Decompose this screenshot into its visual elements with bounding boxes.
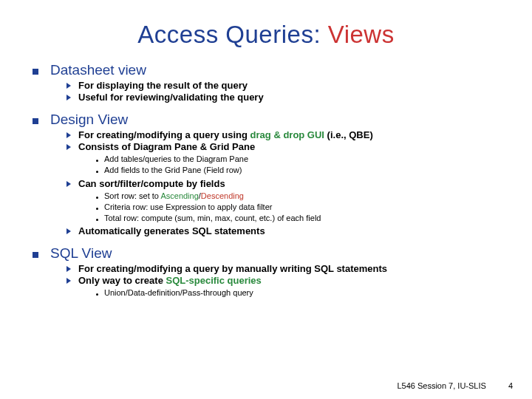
section-sql: SQL View For creating/modifying a query … — [33, 245, 499, 299]
title-sub: Views — [328, 21, 395, 48]
square-bullet-icon — [33, 118, 38, 124]
section-datasheet: Datasheet view For displaying the result… — [33, 62, 499, 104]
sub-subitems: Sort row: set to Ascending/Descending Cr… — [96, 191, 499, 224]
item-text: For creating/modifying a query by manual… — [78, 263, 387, 275]
triangle-bullet-icon — [66, 95, 71, 100]
list-item: Add fields to the Grid Pane (Field row) — [96, 165, 499, 176]
subitems: For creating/modifying a query by manual… — [66, 263, 499, 287]
dot-bullet-icon — [96, 219, 98, 221]
dot-bullet-icon — [96, 160, 98, 162]
section-label: Design View — [50, 112, 128, 128]
list-item: For creating/modifying a query using dra… — [66, 129, 499, 141]
item-text: Can sort/filter/compute by fields — [78, 178, 225, 190]
list-item: Sort row: set to Ascending/Descending — [96, 191, 499, 202]
list-item: For displaying the result of the query — [66, 80, 499, 92]
title-main: Access Queries: — [137, 21, 321, 48]
slide-title: Access Queries: Views — [33, 21, 499, 49]
list-item: Only way to create SQL-specific queries — [66, 275, 499, 287]
list-item: Union/Data-definition/Pass-through query — [96, 287, 499, 299]
list-item: Automatically generates SQL statements — [66, 225, 499, 237]
triangle-bullet-icon — [66, 278, 71, 284]
list-item: Total row: compute (sum, min, max, count… — [96, 213, 499, 224]
list-item: Can sort/filter/compute by fields — [66, 178, 499, 190]
triangle-bullet-icon — [66, 132, 71, 138]
outline: Datasheet view For displaying the result… — [33, 62, 499, 299]
section-label: Datasheet view — [50, 62, 146, 78]
dot-bullet-icon — [96, 208, 98, 210]
dot-bullet-icon — [96, 171, 98, 173]
subitems: Automatically generates SQL statements — [66, 225, 499, 237]
list-item: Useful for reviewing/validating the quer… — [66, 92, 499, 103]
square-bullet-icon — [33, 252, 38, 258]
item-text: Automatically generates SQL statements — [78, 225, 265, 237]
item-text: Useful for reviewing/validating the quer… — [78, 92, 264, 103]
section-label: SQL View — [50, 245, 112, 262]
dot-bullet-icon — [96, 197, 98, 199]
section-design: Design View For creating/modifying a que… — [33, 112, 499, 238]
slide: Access Queries: Views Datasheet view For… — [0, 0, 532, 399]
dot-bullet-icon — [96, 293, 98, 296]
footer: L546 Session 7, IU-SLIS 4 — [397, 381, 513, 390]
list-item: Add tables/queries to the Diagram Pane — [96, 154, 499, 165]
subitems: Can sort/filter/compute by fields — [66, 178, 499, 190]
list-item: For creating/modifying a query by manual… — [66, 263, 499, 275]
triangle-bullet-icon — [66, 266, 71, 272]
item-text: For creating/modifying a query using dra… — [78, 129, 373, 141]
item-text: Consists of Diagram Pane & Grid Pane — [78, 141, 255, 153]
triangle-bullet-icon — [66, 83, 71, 89]
item-text: For displaying the result of the query — [78, 80, 248, 92]
triangle-bullet-icon — [66, 228, 71, 234]
triangle-bullet-icon — [66, 181, 71, 187]
sub-subitems: Union/Data-definition/Pass-through query — [96, 287, 499, 299]
item-text: Only way to create SQL-specific queries — [78, 275, 262, 287]
list-item: Criteria row: use Expression to apply da… — [96, 202, 499, 213]
page-number: 4 — [508, 381, 513, 390]
list-item: Consists of Diagram Pane & Grid Pane — [66, 141, 499, 153]
square-bullet-icon — [33, 69, 38, 75]
sub-subitems: Add tables/queries to the Diagram Pane A… — [96, 154, 499, 176]
footer-source: L546 Session 7, IU-SLIS — [397, 381, 485, 390]
item-text: Sort row: set to Ascending/Descending — [104, 191, 244, 202]
subitems: For displaying the result of the query U… — [66, 80, 499, 104]
triangle-bullet-icon — [66, 144, 71, 150]
subitems: For creating/modifying a query using dra… — [66, 129, 499, 154]
